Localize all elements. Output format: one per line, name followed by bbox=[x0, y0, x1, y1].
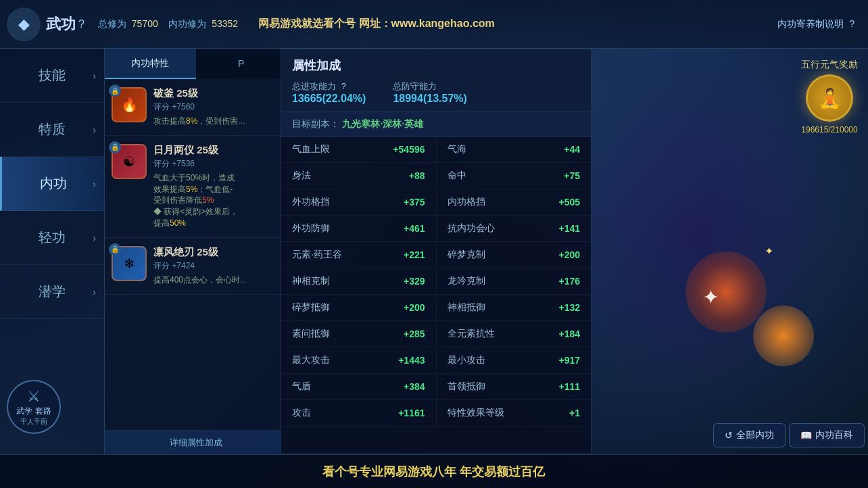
top-ad: 网易游戏就选看个号 网址：www.kangehao.com bbox=[258, 17, 495, 31]
attr-name-left-7: 素问抵御 bbox=[292, 328, 330, 340]
skill-item-0[interactable]: 🔒 🔥 破釜 25级 评分 +7560 攻击提高8%，受到伤害... bbox=[105, 79, 287, 136]
attr-name-left-8: 最大攻击 bbox=[292, 354, 330, 366]
attr-cell-left-4: 元素·药王谷 +221 bbox=[281, 242, 437, 268]
wuxue-title: 武学 套路 bbox=[16, 406, 51, 417]
five-element-progress: 196615/210000 bbox=[801, 125, 858, 135]
attr-scroll[interactable]: 气血上限 +54596 气海 +44 身法 +88 命中 +75 外功格挡 +3… bbox=[281, 137, 591, 453]
attr-row-7: 素问抵御 +285 全元素抗性 +184 bbox=[281, 321, 591, 347]
attr-row-2: 外功格挡 +375 内功格挡 +505 bbox=[281, 189, 591, 216]
attr-name-right-5: 龙吟克制 bbox=[448, 275, 485, 287]
attr-val-right-5: +176 bbox=[558, 276, 580, 287]
qinggong-arrow: › bbox=[93, 233, 96, 243]
attr-name-right-6: 神相抵御 bbox=[448, 301, 485, 314]
skill-desc-0: 攻击提高8%，受到伤害... bbox=[153, 116, 280, 127]
sidebar-item-jinou[interactable]: 技能 › bbox=[0, 49, 104, 103]
attr-val-right-3: +141 bbox=[558, 223, 580, 234]
attr-title: 属性加成 bbox=[292, 57, 580, 74]
attr-name-left-5: 神相克制 bbox=[292, 275, 330, 287]
lock-icon-1: 🔒 bbox=[109, 141, 121, 153]
jinou-arrow: › bbox=[93, 70, 96, 81]
right-panel: 五行元气奖励 🧘 196615/210000 bbox=[679, 49, 868, 454]
attr-name-right-8: 最小攻击 bbox=[448, 354, 485, 366]
attr-cell-left-0: 气血上限 +54596 bbox=[281, 137, 437, 162]
wuxue-icon: ⚔ bbox=[27, 388, 41, 406]
action-btns: ↺ 全部内功 📖 内功百科 bbox=[710, 420, 868, 451]
attr-val-right-10: +1 bbox=[569, 408, 580, 418]
skill-info-2: 凛风绝刃 25级 评分 +7424 提高400点会心，会心时... bbox=[153, 246, 280, 286]
sidebar-item-neigong[interactable]: 内功 › bbox=[0, 157, 104, 211]
all-neigong-icon: ↺ bbox=[725, 430, 733, 441]
attr-val-left-4: +221 bbox=[404, 249, 425, 260]
title-question[interactable]: ? bbox=[78, 18, 85, 30]
attr-cell-right-7: 全元素抗性 +184 bbox=[437, 321, 592, 347]
five-element-circle[interactable]: 🧘 bbox=[806, 74, 853, 122]
attr-cell-right-4: 碎梦克制 +200 bbox=[437, 242, 592, 268]
attr-val-right-7: +184 bbox=[558, 328, 580, 339]
attr-val-left-7: +285 bbox=[404, 328, 425, 339]
skill-name-2: 凛风绝刃 25级 bbox=[153, 246, 280, 259]
attr-val-left-5: +329 bbox=[404, 276, 425, 287]
tab-p[interactable]: P bbox=[196, 49, 287, 79]
attr-val-right-8: +917 bbox=[558, 355, 580, 366]
attr-name-right-4: 碎梦克制 bbox=[448, 249, 485, 261]
attack-label: 总进攻能力 bbox=[292, 81, 336, 91]
attr-cell-left-1: 身法 +88 bbox=[281, 163, 437, 189]
attr-val-left-9: +384 bbox=[404, 381, 425, 392]
attr-name-right-2: 内功格挡 bbox=[448, 196, 485, 208]
attr-name-left-3: 外功防御 bbox=[292, 222, 330, 235]
wuxue-subtitle1: 套路 bbox=[35, 406, 51, 416]
attr-val-right-4: +200 bbox=[558, 249, 580, 260]
top-bar: ◆ 武功 ? 总修为 75700 内功修为 53352 网易游戏就选看个号 网址… bbox=[0, 0, 868, 49]
attr-cell-right-9: 首领抵御 +111 bbox=[437, 374, 592, 399]
skill-score-2: 评分 +7424 bbox=[153, 260, 280, 272]
attr-cell-left-2: 外功格挡 +375 bbox=[281, 189, 437, 215]
attr-target: 目标副本： 九光寒林·深林·英雄 bbox=[281, 112, 591, 137]
attr-val-left-6: +200 bbox=[404, 302, 425, 313]
attr-cell-left-5: 神相克制 +329 bbox=[281, 268, 437, 294]
attr-val-right-6: +132 bbox=[558, 302, 580, 313]
qinggong-label: 轻功 bbox=[39, 228, 66, 247]
skill-item-1[interactable]: 🔒 ☯ 日月两仪 25级 评分 +7536 气血大于50%时，造成效果提高5%；… bbox=[105, 136, 287, 238]
attr-name-left-2: 外功格挡 bbox=[292, 196, 330, 208]
bottom-bar: 看个号专业网易游戏八年 年交易额过百亿 bbox=[0, 454, 868, 488]
attr-val-left-10: +1161 bbox=[398, 408, 425, 418]
attr-summary: 总进攻能力 ? 13665(22.04%) 总防守能力 18994(13.57%… bbox=[292, 80, 580, 105]
all-neigong-label: 全部内功 bbox=[736, 429, 774, 441]
wuxue-circle[interactable]: ⚔ 武学 套路 千人千面 bbox=[7, 380, 61, 434]
attr-name-left-0: 气血上限 bbox=[292, 143, 330, 155]
target-value: 九光寒林·深林·英雄 bbox=[342, 118, 423, 129]
attr-cell-left-8: 最大攻击 +1443 bbox=[281, 347, 437, 373]
sidebar-item-tezhi[interactable]: 特质 › bbox=[0, 103, 104, 157]
bottom-ad: 看个号专业网易游戏八年 年交易额过百亿 bbox=[322, 464, 545, 480]
five-element-title: 五行元气奖励 bbox=[801, 59, 858, 71]
top-title: 武功 bbox=[46, 14, 76, 34]
attr-cell-right-6: 神相抵御 +132 bbox=[437, 295, 592, 320]
all-neigong-btn[interactable]: ↺ 全部内功 bbox=[713, 423, 786, 447]
stat1-label: 总修为 bbox=[98, 18, 126, 29]
attr-cell-left-9: 气盾 +384 bbox=[281, 374, 437, 399]
attr-name-left-10: 攻击 bbox=[292, 407, 311, 419]
stat1-value: 75700 bbox=[132, 18, 158, 29]
sidebar-item-qinggong[interactable]: 轻功 › bbox=[0, 211, 104, 265]
skill-name-1: 日月两仪 25级 bbox=[153, 144, 280, 157]
skill-info-0: 破釜 25级 评分 +7560 攻击提高8%，受到伤害... bbox=[153, 87, 280, 127]
right-question[interactable]: ? bbox=[849, 18, 854, 29]
target-label: 目标副本： bbox=[292, 118, 339, 129]
attr-cell-left-10: 攻击 +1161 bbox=[281, 400, 437, 426]
inner-skill-label-top: 内功寄养制说明 bbox=[777, 18, 844, 29]
neigong-wiki-btn[interactable]: 📖 内功百科 bbox=[789, 423, 865, 447]
detail-btn[interactable]: 详细属性加成 bbox=[105, 431, 287, 454]
attr-val-left-3: +461 bbox=[404, 223, 425, 234]
attr-name-right-10: 特性效果等级 bbox=[448, 407, 504, 419]
attr-row-9: 气盾 +384 首领抵御 +111 bbox=[281, 374, 591, 400]
attr-row-6: 碎梦抵御 +200 神相抵御 +132 bbox=[281, 295, 591, 321]
tab-neigong-texing[interactable]: 内功特性 bbox=[105, 49, 196, 79]
defense-value: 18994(13.57%) bbox=[393, 93, 466, 105]
five-element-icon: 🧘 bbox=[818, 87, 842, 109]
skill-name-0: 破釜 25级 bbox=[153, 87, 280, 100]
defense-label: 总防守能力 bbox=[393, 80, 466, 93]
attr-val-right-0: +44 bbox=[564, 144, 580, 155]
attack-question[interactable]: ? bbox=[341, 81, 346, 91]
skill-item-2[interactable]: 🔒 ❄ 凛风绝刃 25级 评分 +7424 提高400点会心，会心时... bbox=[105, 238, 287, 295]
sidebar-item-qianxue[interactable]: 潜学 › bbox=[0, 265, 104, 319]
